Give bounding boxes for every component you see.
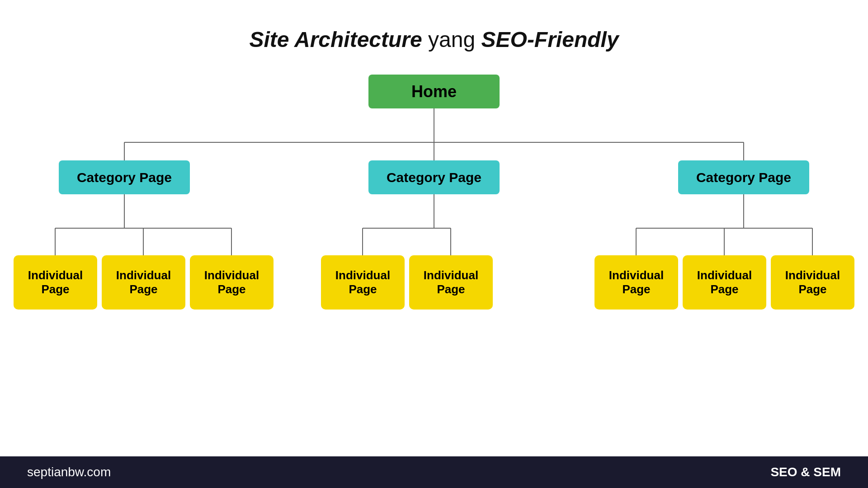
individual-node-2: IndividualPage	[102, 255, 185, 310]
category-label-2: Category Page	[387, 170, 481, 185]
home-label: Home	[411, 82, 457, 101]
individual-node-6: IndividualPage	[594, 255, 678, 310]
category-node-2: Category Page	[368, 160, 500, 194]
individual-node-8: IndividualPage	[771, 255, 854, 310]
individual-label-7: IndividualPage	[697, 268, 752, 296]
individual-node-7: IndividualPage	[683, 255, 766, 310]
page-title: Site Architecture yang SEO-Friendly	[0, 0, 868, 52]
footer-website: septianbw.com	[27, 465, 111, 479]
individual-label-4: IndividualPage	[335, 268, 390, 296]
individual-label-2: IndividualPage	[116, 268, 171, 296]
footer-label: SEO & SEM	[770, 465, 841, 479]
category-label-1: Category Page	[77, 170, 172, 185]
category-node-1: Category Page	[59, 160, 190, 194]
category-node-3: Category Page	[678, 160, 809, 194]
individual-label-3: IndividualPage	[204, 268, 259, 296]
individual-node-1: IndividualPage	[14, 255, 97, 310]
individual-label-5: IndividualPage	[424, 268, 478, 296]
connector-lines	[0, 61, 868, 377]
home-node: Home	[368, 75, 500, 108]
individual-node-4: IndividualPage	[321, 255, 405, 310]
individual-label-8: IndividualPage	[785, 268, 840, 296]
individual-label-1: IndividualPage	[28, 268, 83, 296]
diagram: Home Category Page Category Page Categor…	[0, 61, 868, 377]
category-label-3: Category Page	[696, 170, 791, 185]
individual-label-6: IndividualPage	[609, 268, 664, 296]
individual-node-5: IndividualPage	[409, 255, 493, 310]
footer: septianbw.com SEO & SEM	[0, 456, 868, 488]
individual-node-3: IndividualPage	[190, 255, 274, 310]
